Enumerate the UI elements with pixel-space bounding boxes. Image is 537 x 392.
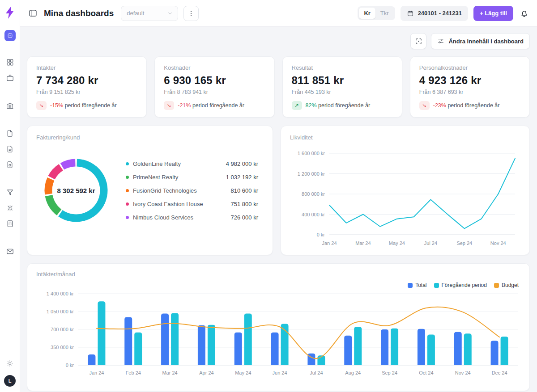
kpi-card-intakter: Intäkter 7 734 280 kr Från 9 151 825 kr … <box>27 56 147 118</box>
legend-chip <box>408 283 413 288</box>
middle-row: Fakturering/kund 8 302 592 kr GoldenLine… <box>27 126 530 255</box>
svg-text:Sep 24: Sep 24 <box>456 240 472 246</box>
legend-chip <box>494 283 499 288</box>
kpi-card-resultat: Resultat 811 851 kr Från 445 193 kr ↗ 82… <box>282 56 402 118</box>
sidebar-item-company[interactable] <box>3 71 17 84</box>
trend-arrow-icon: ↗ <box>292 101 302 110</box>
billing-total: 8 302 592 kr <box>38 152 114 228</box>
legend-row: GoldenLine Realty 4 982 000 kr <box>126 157 258 170</box>
sidebar-item-filter[interactable] <box>3 185 17 199</box>
svg-text:0 kr: 0 kr <box>66 362 74 368</box>
sidebar-item-documents[interactable] <box>3 126 17 140</box>
dashboard-options-button[interactable] <box>183 6 199 21</box>
add-widget-button[interactable]: + Lägg till <box>473 6 513 21</box>
edit-dashboard-button[interactable]: Ändra innehåll i dashboard <box>431 33 530 49</box>
header: Mina dashboards default Kr Tkr 240101 - <box>20 0 537 27</box>
kpi-change-text: period föregående år <box>317 102 371 109</box>
legend-item: Total <box>408 282 426 288</box>
kpi-previous-value: Från 445 193 kr <box>292 89 393 95</box>
kpi-label: Kostnader <box>164 64 265 71</box>
trend-arrow-icon: ↘ <box>419 101 430 110</box>
app-logo[interactable] <box>4 6 15 21</box>
svg-text:1 400 000 kr: 1 400 000 kr <box>47 291 74 296</box>
sidebar-toggle-button[interactable] <box>28 8 38 18</box>
sun-icon <box>6 359 14 367</box>
sidebar-item-overview[interactable] <box>3 55 17 69</box>
svg-text:1 200 000 kr: 1 200 000 kr <box>298 171 325 177</box>
kpi-label: Personalkostnader <box>419 64 520 71</box>
legend-item: Budget <box>494 282 519 288</box>
svg-text:Nov 24: Nov 24 <box>490 240 506 246</box>
sidebar-item-accounting[interactable] <box>3 217 17 230</box>
kpi-label: Intäkter <box>36 64 137 71</box>
customer-name: Nimbus Cloud Services <box>133 214 227 221</box>
legend-dot <box>126 162 129 165</box>
page-title: Mina dashboards <box>44 8 114 18</box>
card-title: Fakturering/kund <box>36 134 264 141</box>
kpi-label: Resultat <box>292 64 393 71</box>
svg-text:Jan 24: Jan 24 <box>322 240 337 246</box>
svg-text:Jul 24: Jul 24 <box>424 240 437 246</box>
svg-text:1 050 000 kr: 1 050 000 kr <box>47 309 74 314</box>
revenue-per-month-card: Intäkter/månad Total Föregående period B… <box>27 263 530 391</box>
sidebar-item-settings[interactable] <box>3 201 17 215</box>
sidebar: L <box>0 0 20 392</box>
dashboard-select[interactable]: default <box>121 6 178 21</box>
svg-text:May 24: May 24 <box>235 370 251 375</box>
app-badge-icon <box>7 32 13 39</box>
notifications-button[interactable] <box>520 8 529 18</box>
svg-text:Jul 24: Jul 24 <box>310 370 323 375</box>
customer-name: FusionGrid Technologies <box>133 187 227 194</box>
kpi-change-row: ↘ -15% period föregående år <box>36 101 137 110</box>
kpi-change-row: ↘ -21% period föregående år <box>164 101 265 110</box>
legend-row: FusionGrid Technologies 810 600 kr <box>126 184 258 197</box>
sidebar-item-invoices[interactable] <box>3 158 17 171</box>
dashboard-select-value: default <box>127 10 144 17</box>
sidebar-item-active-app[interactable] <box>4 30 16 41</box>
fullscreen-button[interactable] <box>410 33 426 49</box>
dashboard-content: Ändra innehåll i dashboard Intäkter 7 73… <box>20 27 537 392</box>
customer-amount: 1 032 192 kr <box>226 174 258 181</box>
date-range-picker[interactable]: 240101 - 241231 <box>401 6 468 21</box>
kpi-change-percent: -21% <box>178 102 191 109</box>
theme-toggle[interactable] <box>3 357 17 370</box>
kpi-change-percent: -23% <box>433 102 446 109</box>
kpi-change-text: period föregående år <box>191 102 244 109</box>
svg-text:400 000 kr: 400 000 kr <box>302 212 325 217</box>
legend-dot <box>126 216 129 219</box>
unit-option-tkr[interactable]: Tkr <box>375 8 394 19</box>
customer-name: PrimeNest Realty <box>133 174 222 181</box>
card-title: Intäkter/månad <box>36 271 520 278</box>
logo-bolt-icon <box>4 6 15 19</box>
billing-donut-chart: 8 302 592 kr <box>38 152 114 228</box>
unit-option-kr[interactable]: Kr <box>359 8 375 19</box>
more-options-icon <box>188 10 195 17</box>
customer-amount: 751 800 kr <box>231 201 258 207</box>
invoice-icon <box>6 160 14 169</box>
kpi-previous-value: Från 9 151 825 kr <box>36 89 137 95</box>
svg-text:Oct 24: Oct 24 <box>419 370 433 375</box>
sidebar-item-messages[interactable] <box>3 244 17 258</box>
fullscreen-icon <box>415 38 422 45</box>
date-range-value: 240101 - 241231 <box>418 10 462 17</box>
legend-dot <box>126 202 129 206</box>
customer-amount: 810 600 kr <box>231 187 258 194</box>
legend-row: PrimeNest Realty 1 032 192 kr <box>126 170 258 184</box>
billing-legend: GoldenLine Realty 4 982 000 kr PrimeNest… <box>126 157 258 224</box>
kpi-row: Intäkter 7 734 280 kr Från 9 151 825 kr … <box>27 56 530 118</box>
user-avatar[interactable]: L <box>4 375 16 387</box>
sidebar-item-drafts[interactable] <box>3 142 17 156</box>
sliders-icon <box>437 38 444 45</box>
bank-icon <box>6 101 14 110</box>
main-area: Mina dashboards default Kr Tkr 240101 - <box>20 0 537 392</box>
svg-text:Jun 24: Jun 24 <box>273 370 287 375</box>
dashboard-toolbar: Ändra innehåll i dashboard <box>27 33 530 49</box>
sidebar-item-bank[interactable] <box>3 99 17 112</box>
briefcase-icon <box>6 74 14 82</box>
liquidity-card: Likviditet 0 kr400 000 kr800 000 kr1 200… <box>281 126 530 255</box>
document-edit-icon <box>6 145 14 153</box>
kpi-value: 6 930 165 kr <box>164 74 265 87</box>
revenue-legend: Total Föregående period Budget <box>36 282 519 288</box>
kpi-change-text: period föregående år <box>63 102 117 109</box>
svg-text:1 600 000 kr: 1 600 000 kr <box>298 151 325 156</box>
